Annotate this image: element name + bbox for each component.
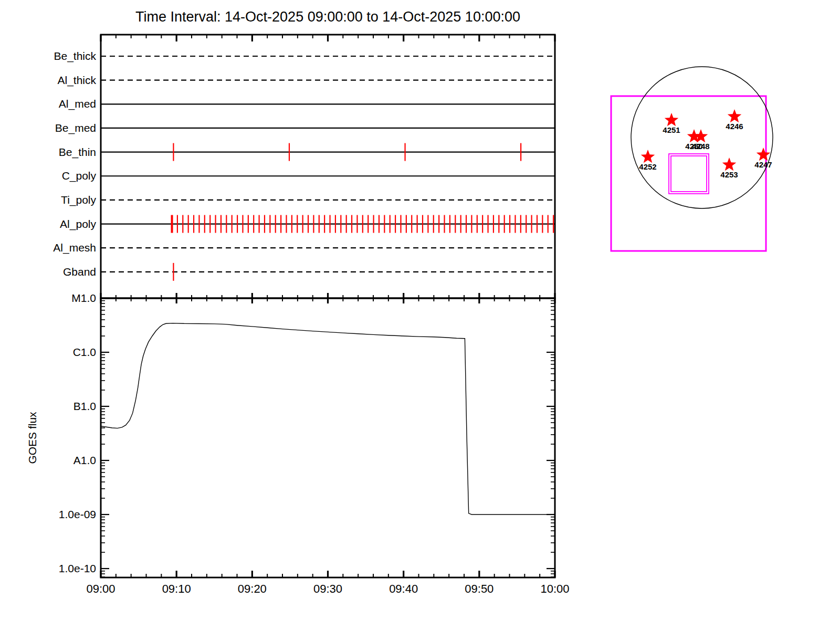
- x-axis-label: 09:20: [238, 582, 267, 595]
- active-region-star-4247: [757, 148, 771, 161]
- y-axis-label: C1.0: [73, 346, 96, 358]
- active-region-star-4251: [665, 113, 679, 126]
- x-axis-label: 09:40: [389, 582, 418, 595]
- active-region-label-4253: 4253: [720, 170, 738, 179]
- timeline-row-label-Al_thick: Al_thick: [57, 74, 96, 87]
- y-axis-label: A1.0: [74, 454, 96, 466]
- timeline-row-label-Be_med: Be_med: [55, 122, 96, 134]
- timeline-row-label-Al_poly: Al_poly: [60, 218, 96, 230]
- timeline-row-label-Be_thin: Be_thin: [59, 146, 96, 159]
- active-region-label-4246: 4246: [726, 122, 743, 131]
- timeline-row-label-Be_thick: Be_thick: [54, 50, 96, 62]
- y-axis-label: 1.0e-10: [59, 562, 96, 574]
- chart-canvas: Be_thickAl_thickAl_medBe_medBe_thinC_pol…: [0, 0, 840, 630]
- y-axis-label: 1.0e-09: [59, 508, 96, 520]
- y-axis-label: M1.0: [71, 292, 96, 304]
- timeline-row-label-Al_mesh: Al_mesh: [53, 242, 96, 254]
- x-axis-label: 10:00: [540, 582, 569, 595]
- timeline-row-label-Al_med: Al_med: [59, 98, 96, 110]
- xrt-observation-summary-plot: Time Interval: 14-Oct-2025 09:00:00 to 1…: [0, 0, 840, 630]
- active-region-label-4247: 4247: [754, 160, 772, 169]
- x-axis-label: 09:50: [465, 582, 494, 595]
- timeline-panel-frame: [101, 35, 555, 298]
- y-axis-label: B1.0: [74, 400, 96, 412]
- timeline-row-label-Gband: Gband: [63, 266, 96, 278]
- x-axis-label: 09:10: [162, 582, 191, 595]
- timeline-row-label-C_poly: C_poly: [62, 170, 97, 182]
- active-region-label-4251: 4251: [663, 125, 680, 134]
- active-region-star-4253: [722, 158, 737, 171]
- goes-panel-frame: [101, 298, 555, 578]
- x-axis-label: 09:00: [86, 582, 115, 595]
- fov-box-inner-2: [671, 156, 707, 192]
- goes-flux-curve: [101, 323, 555, 514]
- fov-box-inner: [669, 154, 709, 194]
- active-region-label-4252: 4252: [639, 162, 656, 171]
- active-region-star-4252: [641, 150, 655, 163]
- fov-box-outer: [611, 96, 766, 251]
- active-region-star-4246: [728, 109, 742, 122]
- x-axis-label: 09:30: [313, 582, 342, 595]
- timeline-row-label-Ti_poly: Ti_poly: [61, 194, 96, 206]
- active-region-label-4248: 4248: [692, 142, 709, 151]
